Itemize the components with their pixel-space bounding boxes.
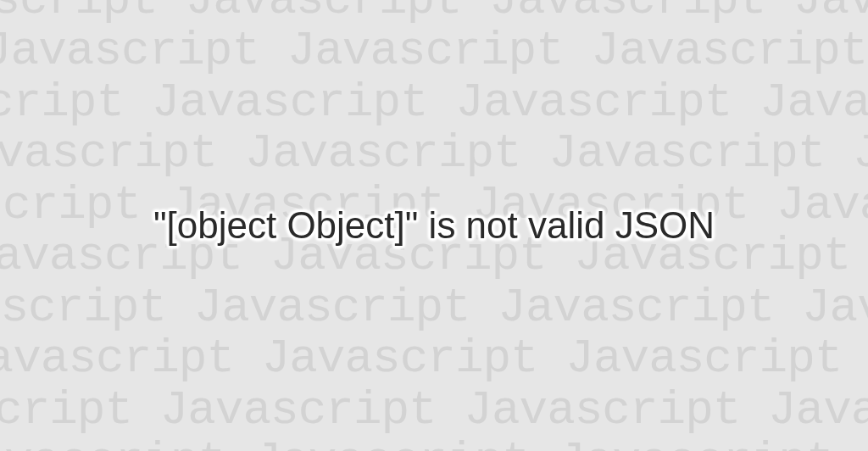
main-text-container: "[object Object]" is not valid JSON (0, 0, 868, 451)
error-message-title: "[object Object]" is not valid JSON (153, 204, 715, 247)
